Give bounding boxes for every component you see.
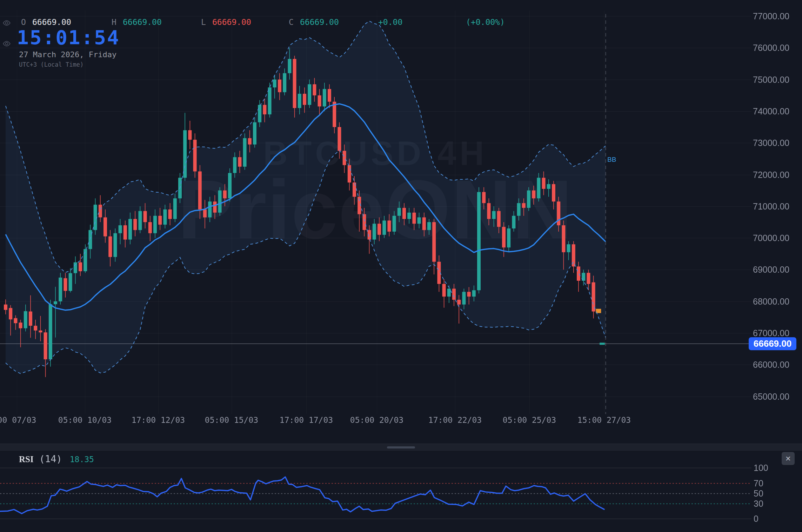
time-scale-label: 17:00 12/03 [132, 415, 185, 425]
trading-chart-app: { "legend": { "o_label": "O", "o_value":… [0, 0, 802, 532]
price-scale[interactable]: 77000.0076000.0075000.0074000.0073000.00… [747, 0, 802, 432]
close-icon: ✕ [785, 454, 791, 463]
price-scale-label: 69000.00 [753, 265, 789, 275]
eye-icon[interactable] [2, 41, 11, 48]
time-scale[interactable]: 00 07/0305:00 10/0317:00 12/0305:00 15/0… [0, 414, 747, 428]
rsi-chart-canvas[interactable] [0, 451, 802, 532]
price-scale-label: 73000.00 [753, 138, 789, 148]
price-scale-label: 74000.00 [753, 106, 789, 117]
rsi-scale-label: 50 [754, 488, 763, 499]
rsi-scale-label: 70 [754, 478, 763, 488]
rsi-title: RSI [19, 454, 34, 464]
rsi-scale-label: 100 [754, 463, 768, 473]
time-scale-label: 17:00 22/03 [428, 415, 482, 425]
rsi-value: 18.35 [70, 455, 94, 464]
time-scale-label: 05:00 25/03 [503, 415, 556, 425]
time-scale-label: 05:00 20/03 [350, 415, 403, 425]
time-scale-label: 05:00 10/03 [58, 415, 112, 425]
price-scale-label: 70000.00 [753, 233, 789, 243]
time-scale-label: 00 07/03 [0, 415, 36, 425]
bollinger-band-label: BB [607, 156, 616, 164]
price-scale-label: 71000.00 [753, 201, 789, 212]
price-scale-label: 77000.00 [753, 11, 789, 21]
rsi-close-button[interactable]: ✕ [782, 452, 795, 465]
rsi-header: RSI (14) 18.35 [19, 453, 94, 464]
price-scale-label: 67000.00 [753, 328, 789, 338]
price-scale-label: 76000.00 [753, 43, 789, 53]
price-scale-label: 68000.00 [753, 297, 789, 307]
price-scale-label: 66000.00 [753, 360, 789, 370]
price-scale-label: 72000.00 [753, 170, 789, 180]
last-price-badge: 66669.00 [749, 337, 796, 350]
rsi-params: (14) [39, 453, 62, 464]
pane-resize-handle[interactable] [387, 446, 415, 448]
rsi-scale-label: 30 [754, 499, 763, 509]
pane-divider [0, 444, 802, 451]
rsi-scale-label: 0 [754, 514, 758, 524]
price-chart-canvas[interactable] [0, 0, 802, 432]
time-scale-label: 15:00 27/03 [577, 415, 631, 425]
time-scale-label: 05:00 15/03 [205, 415, 258, 425]
time-scale-label: 17:00 17/03 [280, 415, 333, 425]
price-scale-label: 65000.00 [753, 392, 789, 402]
price-scale-label: 75000.00 [753, 75, 789, 85]
